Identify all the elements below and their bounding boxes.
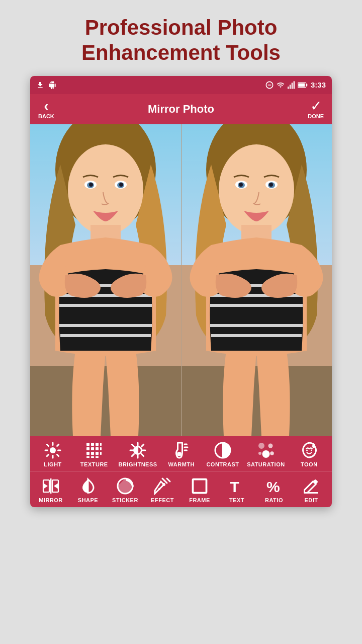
done-button[interactable]: ✓ DONE xyxy=(308,99,324,119)
tool-brightness[interactable]: BRIGHTNESS xyxy=(118,441,157,467)
ratio-icon: % xyxy=(265,477,283,495)
frame-icon xyxy=(191,477,209,495)
svg-rect-52 xyxy=(96,443,99,446)
svg-rect-26 xyxy=(181,366,332,436)
brightness-label: BRIGHTNESS xyxy=(118,461,157,467)
photo-canvas[interactable] xyxy=(30,124,332,436)
shape-icon xyxy=(79,477,97,495)
svg-point-74 xyxy=(262,450,269,458)
back-button[interactable]: ‹ BACK xyxy=(38,99,54,119)
toon-icon xyxy=(300,441,318,459)
svg-rect-64 xyxy=(96,456,99,458)
tool-ratio[interactable]: % RATIO xyxy=(257,477,291,503)
svg-rect-3 xyxy=(290,85,291,89)
tools-row-2: MIRROR SHAPE STICKER xyxy=(30,472,332,507)
svg-point-73 xyxy=(268,443,273,448)
svg-line-49 xyxy=(57,444,59,446)
tool-mirror[interactable]: MIRROR xyxy=(34,477,68,503)
tools-row-1: LIGHT xyxy=(30,436,332,472)
mirror-seam xyxy=(181,124,182,436)
back-arrow-icon: ‹ xyxy=(44,99,48,113)
status-bar: 3:33 xyxy=(30,76,332,94)
svg-rect-54 xyxy=(86,447,89,450)
edit-label: EDIT xyxy=(304,497,318,503)
mirror-icon xyxy=(42,477,60,495)
warmth-icon xyxy=(172,441,191,459)
check-icon: ✓ xyxy=(310,99,322,113)
svg-point-66 xyxy=(177,452,182,456)
sticker-label: STICKER xyxy=(112,497,138,503)
texture-label: TEXTURE xyxy=(80,461,108,467)
tool-sticker[interactable]: STICKER xyxy=(108,477,142,503)
svg-rect-58 xyxy=(86,452,89,455)
figure-left xyxy=(30,124,181,436)
svg-rect-7 xyxy=(298,83,305,87)
svg-text:T: T xyxy=(230,478,239,495)
warmth-label: WARMTH xyxy=(168,461,195,467)
mirror-label: MIRROR xyxy=(39,497,63,503)
toon-label: TOON xyxy=(301,461,318,467)
contrast-icon xyxy=(214,441,232,459)
app-header: ‹ BACK Mirror Photo ✓ DONE xyxy=(30,94,332,124)
svg-text:%: % xyxy=(266,478,280,495)
svg-point-72 xyxy=(258,443,264,449)
tool-frame[interactable]: FRAME xyxy=(183,477,217,503)
tool-effect[interactable]: EFFECT xyxy=(145,477,179,503)
sticker-icon xyxy=(116,477,134,495)
svg-rect-8 xyxy=(306,84,307,86)
shape-label: SHAPE xyxy=(78,497,98,503)
edit-icon xyxy=(302,477,320,495)
svg-rect-61 xyxy=(100,452,102,455)
svg-rect-63 xyxy=(91,456,94,458)
tool-light[interactable]: LIGHT xyxy=(36,441,70,467)
svg-point-24 xyxy=(119,183,123,187)
tool-toon[interactable]: TOON xyxy=(292,441,326,467)
svg-point-78 xyxy=(311,449,312,451)
tool-edit[interactable]: EDIT xyxy=(294,477,328,503)
tool-saturation[interactable]: SATURATION xyxy=(247,441,285,467)
status-left-icons xyxy=(36,81,56,89)
tool-contrast[interactable]: CONTRAST xyxy=(206,441,240,467)
svg-rect-62 xyxy=(86,456,89,458)
screen-title: Mirror Photo xyxy=(148,103,214,116)
svg-rect-56 xyxy=(96,447,99,450)
svg-rect-87 xyxy=(193,479,207,493)
effect-label: EFFECT xyxy=(151,497,174,503)
saturation-label: SATURATION xyxy=(247,461,285,467)
svg-line-84 xyxy=(167,478,170,481)
frame-label: FRAME xyxy=(189,497,210,503)
effect-icon xyxy=(153,477,171,495)
tool-text[interactable]: T TEXT xyxy=(220,477,254,503)
svg-rect-53 xyxy=(100,443,102,446)
tools-panel: LIGHT xyxy=(30,436,332,507)
svg-rect-4 xyxy=(292,83,293,89)
text-icon: T xyxy=(228,477,246,495)
text-label: TEXT xyxy=(229,497,244,503)
ratio-label: RATIO xyxy=(265,497,283,503)
svg-rect-57 xyxy=(100,447,102,450)
status-right-icons: 3:33 xyxy=(265,80,326,89)
light-label: LIGHT xyxy=(44,461,62,467)
svg-rect-51 xyxy=(91,443,94,446)
svg-rect-60 xyxy=(96,452,99,455)
svg-point-77 xyxy=(306,449,308,451)
contrast-label: CONTRAST xyxy=(206,461,239,467)
svg-line-83 xyxy=(162,478,167,483)
svg-rect-55 xyxy=(91,447,94,450)
done-label: DONE xyxy=(308,113,324,119)
svg-rect-5 xyxy=(294,81,295,89)
svg-rect-2 xyxy=(288,87,289,89)
status-time: 3:33 xyxy=(311,80,326,89)
promo-title: Professional Photo Enhancement Tools xyxy=(51,0,311,76)
tool-warmth[interactable]: WARMTH xyxy=(164,441,199,467)
svg-line-48 xyxy=(47,454,48,456)
svg-rect-50 xyxy=(86,443,89,446)
tool-texture[interactable]: TEXTURE xyxy=(77,441,111,467)
svg-point-23 xyxy=(89,183,93,187)
svg-line-44 xyxy=(47,444,48,446)
tool-shape[interactable]: SHAPE xyxy=(71,477,105,503)
light-icon xyxy=(44,441,62,459)
texture-icon xyxy=(85,441,103,459)
svg-point-76 xyxy=(270,451,274,455)
svg-point-41 xyxy=(50,447,56,453)
